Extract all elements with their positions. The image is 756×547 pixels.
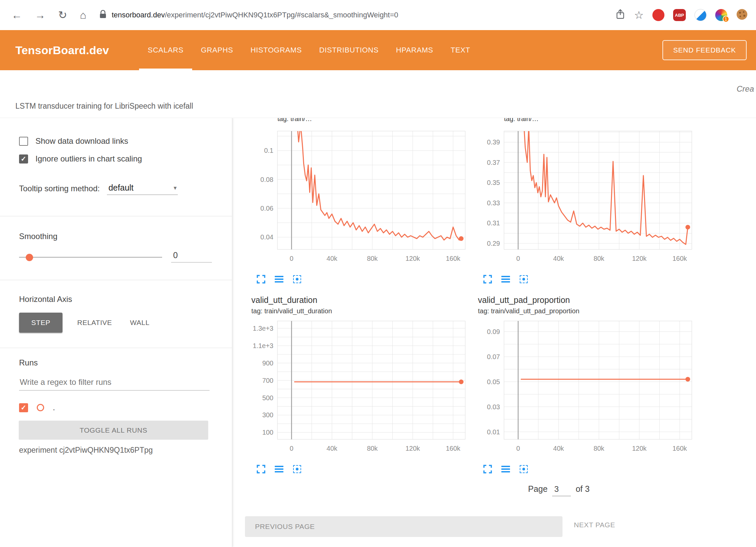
expand-chart-icon[interactable] (483, 464, 493, 474)
tab-distributions[interactable]: DISTRIBUTIONS (310, 30, 387, 70)
profile-avatar[interactable]: 1 (715, 9, 727, 21)
experiment-id-label: experiment cj2vtPiwQHKN9Q1tx6PTpg (19, 446, 153, 455)
tab-scalars[interactable]: SCALARS (139, 30, 192, 70)
abp-extension-icon[interactable]: ABP (673, 9, 686, 21)
slider-track[interactable] (19, 257, 162, 258)
axis-relative-button[interactable]: RELATIVE (74, 314, 115, 331)
svg-text:0.03: 0.03 (487, 403, 500, 411)
ignore-outliers-checkbox[interactable]: ✓ (19, 154, 28, 163)
run-color-swatch[interactable] (37, 404, 44, 411)
scalar-chart[interactable]: 040k80k120k160k0.010.030.050.070.09 (478, 319, 699, 457)
chart-title: valid_utt_duration (251, 295, 472, 305)
smoothing-slider[interactable] (19, 253, 162, 261)
bookmark-star-icon[interactable]: ☆ (634, 10, 644, 20)
fit-domain-icon[interactable] (519, 464, 529, 474)
next-page-button[interactable]: NEXT PAGE (574, 521, 615, 529)
reload-icon[interactable]: ↻ (58, 10, 67, 20)
chart-card: valid_utt_duration tag: train/valid_utt_… (251, 295, 472, 474)
svg-text:0: 0 (290, 255, 293, 262)
runs-list-icon[interactable] (501, 274, 511, 284)
svg-text:0: 0 (516, 445, 520, 452)
tab-hparams[interactable]: HPARAMS (387, 30, 442, 70)
tooltip-sorting-select[interactable]: default ▾ (107, 182, 178, 195)
home-icon[interactable]: ⌂ (80, 10, 86, 20)
created-text-partial: Crea (737, 84, 754, 94)
tooltip-sorting-value: default (108, 183, 133, 193)
toggle-all-runs-button[interactable]: TOGGLE ALL RUNS (19, 421, 208, 440)
expand-chart-icon[interactable] (256, 274, 266, 284)
scalar-chart[interactable]: 040k80k120k160k0.040.060.080.1 (251, 129, 472, 267)
scalar-chart[interactable]: 040k80k120k160k1003005007009001.1e+31.3e… (251, 319, 472, 457)
expand-chart-icon[interactable] (256, 464, 266, 474)
svg-text:120k: 120k (632, 445, 647, 452)
runs-list-icon[interactable] (274, 274, 284, 284)
svg-text:0.09: 0.09 (487, 328, 500, 335)
svg-text:1.1e+3: 1.1e+3 (253, 342, 273, 349)
tab-histograms[interactable]: HISTOGRAMS (242, 30, 311, 70)
chart-card: valid_utt_pad_proportion tag: train/vali… (478, 295, 699, 474)
svg-text:0.29: 0.29 (487, 240, 500, 247)
svg-text:300: 300 (262, 411, 273, 419)
divider (0, 348, 232, 348)
chart-actions (256, 464, 472, 474)
horizontal-axis-label: Horizontal Axis (19, 295, 72, 304)
svg-text:160k: 160k (672, 445, 687, 452)
app-header: TensorBoard.dev SCALARS GRAPHS HISTOGRAM… (0, 30, 756, 70)
page-number-input[interactable] (552, 484, 571, 496)
runs-label: Runs (19, 358, 38, 367)
svg-text:0.31: 0.31 (487, 219, 500, 227)
fit-domain-icon[interactable] (292, 464, 302, 474)
chart-tag: tag: train/valid_utt_duration (251, 307, 472, 315)
run-checkbox[interactable]: ✓ (19, 403, 28, 412)
screenshot-extension-icon[interactable] (695, 9, 707, 21)
fit-domain-icon[interactable] (519, 274, 529, 284)
divider (0, 216, 232, 216)
svg-text:120k: 120k (632, 255, 647, 262)
forward-icon[interactable]: → (35, 10, 45, 20)
notification-badge: 1 (723, 16, 729, 22)
page-label: Page (528, 484, 547, 494)
tooltip-sorting-label: Tooltip sorting method: (19, 184, 100, 193)
lock-icon[interactable] (99, 10, 107, 20)
svg-text:0.08: 0.08 (260, 176, 273, 183)
runs-filter-input[interactable] (19, 376, 210, 391)
chart-title: valid_utt_pad_proportion (478, 295, 699, 305)
tab-graphs[interactable]: GRAPHS (192, 30, 242, 70)
scalar-chart[interactable]: 040k80k120k160k0.290.310.330.350.370.39 (478, 129, 699, 267)
smoothing-value-input[interactable] (171, 250, 212, 262)
share-icon[interactable] (615, 9, 625, 21)
brand-title: TensorBoard.dev (15, 44, 109, 57)
tab-text[interactable]: TEXT (442, 30, 479, 70)
ignore-outliers-row[interactable]: ✓ Ignore outliers in chart scaling (19, 154, 142, 163)
smoothing-label: Smoothing (19, 232, 57, 241)
back-icon[interactable]: ← (11, 10, 22, 20)
expand-chart-icon[interactable] (483, 274, 493, 284)
tooltip-sorting-row: Tooltip sorting method: default ▾ (19, 182, 178, 195)
svg-text:1.3e+3: 1.3e+3 (253, 325, 273, 332)
axis-step-button[interactable]: STEP (19, 313, 62, 333)
svg-text:0.07: 0.07 (487, 353, 500, 360)
adblock-extension-icon[interactable] (652, 9, 664, 21)
chevron-down-icon: ▾ (173, 184, 176, 192)
svg-text:80k: 80k (367, 255, 378, 262)
address-bar[interactable]: tensorboard.dev/experiment/cj2vtPiwQHKN9… (99, 10, 609, 20)
fit-domain-icon[interactable] (292, 274, 302, 284)
axis-wall-button[interactable]: WALL (127, 314, 153, 331)
show-download-links-row[interactable]: Show data download links (19, 136, 128, 146)
runs-list-icon[interactable] (274, 464, 284, 474)
previous-page-button[interactable]: PREVIOUS PAGE (245, 516, 562, 537)
runs-list-icon[interactable] (501, 464, 511, 474)
send-feedback-button[interactable]: SEND FEEDBACK (662, 40, 747, 60)
browser-actions: ☆ ABP 1 (615, 8, 748, 22)
slider-thumb[interactable] (26, 254, 33, 261)
run-row[interactable]: ✓ . (19, 403, 55, 412)
svg-text:120k: 120k (405, 445, 420, 452)
main-nav: SCALARS GRAPHS HISTOGRAMS DISTRIBUTIONS … (139, 30, 479, 70)
chart-actions (483, 464, 699, 474)
url-path: /experiment/cj2vtPiwQHKN9Q1tx6PTpg/#scal… (165, 11, 398, 19)
show-download-links-checkbox[interactable] (19, 137, 28, 146)
chart-tag-clipped: tag: train/… (504, 118, 699, 126)
url-text[interactable]: tensorboard.dev/experiment/cj2vtPiwQHKN9… (112, 11, 398, 19)
chart-tag-clipped: tag: train/… (277, 118, 472, 126)
cookie-extension-icon[interactable] (736, 8, 748, 22)
